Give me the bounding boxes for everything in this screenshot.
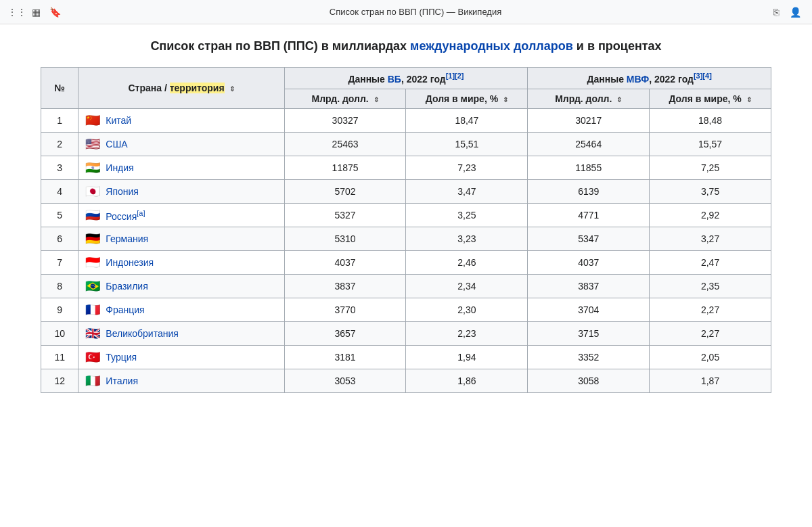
- cell-data: 1,86: [406, 369, 528, 392]
- cell-country: 🇨🇳Китай: [78, 108, 284, 132]
- table-row: 11🇹🇷Турция31811,9433522,05: [41, 345, 771, 369]
- cell-data: 15,57: [650, 132, 771, 156]
- cell-data: 1,94: [406, 345, 528, 369]
- country-link[interactable]: Великобритания: [106, 328, 179, 339]
- cell-data: 15,51: [406, 132, 528, 156]
- cell-data: 2,23: [406, 321, 528, 345]
- cell-data: 5310: [284, 227, 406, 250]
- cell-data: 5347: [528, 227, 650, 250]
- cell-num: 7: [41, 250, 78, 274]
- cell-data: 3,25: [406, 203, 528, 227]
- flag-icon: 🇩🇪: [85, 231, 100, 246]
- flag-icon: 🇮🇳: [85, 160, 100, 175]
- country-link[interactable]: Индия: [106, 162, 133, 173]
- imf-share-sort[interactable]: ⇕: [746, 96, 752, 104]
- table-row: 12🇮🇹Италия30531,8630581,87: [41, 369, 771, 392]
- wb-ref[interactable]: [1][2]: [446, 72, 464, 80]
- country-link[interactable]: Россия[a]: [106, 209, 145, 222]
- country-sort-icon[interactable]: ⇕: [229, 85, 235, 93]
- cell-num: 11: [41, 345, 78, 369]
- title-text-start: Список стран по ВВП (ППС) в миллиардах: [150, 39, 410, 53]
- flag-icon: 🇺🇸: [85, 137, 100, 152]
- cell-country: 🇬🇧Великобритания: [78, 321, 284, 345]
- cell-data: 1,87: [650, 369, 771, 392]
- country-label-text: Страна /: [128, 83, 169, 93]
- cell-data: 11875: [284, 156, 406, 179]
- cell-data: 3,27: [650, 227, 771, 250]
- cell-data: 3053: [284, 369, 406, 392]
- col-header-wb-bln: Млрд. долл. ⇕: [284, 89, 406, 108]
- table-row: 7🇮🇩Индонезия40372,4640372,47: [41, 250, 771, 274]
- cell-data: 3,23: [406, 227, 528, 250]
- country-link[interactable]: Япония: [106, 186, 139, 197]
- cell-num: 4: [41, 179, 78, 203]
- country-link[interactable]: Китай: [106, 115, 131, 126]
- cell-data: 2,92: [650, 203, 771, 227]
- cell-data: 2,27: [650, 321, 771, 345]
- header-row-1: № Страна / территория ⇕ Данные ВБ, 2022 …: [41, 68, 771, 89]
- col-header-num: №: [41, 68, 78, 109]
- country-link[interactable]: Индонезия: [106, 257, 154, 268]
- cell-num: 6: [41, 227, 78, 250]
- country-link[interactable]: Италия: [106, 375, 138, 386]
- country-link[interactable]: Турция: [106, 352, 137, 363]
- cell-data: 30327: [284, 108, 406, 132]
- cell-data: 11855: [528, 156, 650, 179]
- grid-icon[interactable]: ⋮⋮: [11, 6, 23, 18]
- cell-data: 5327: [284, 203, 406, 227]
- cell-num: 5: [41, 203, 78, 227]
- table-row: 9🇫🇷Франция37702,3037042,27: [41, 298, 771, 321]
- table-icon[interactable]: ▦: [30, 6, 42, 18]
- title-link[interactable]: международных долларов: [410, 39, 573, 53]
- country-link[interactable]: Германия: [106, 233, 148, 244]
- cell-data: 3715: [528, 321, 650, 345]
- flag-icon: 🇫🇷: [85, 302, 100, 317]
- territory-highlight: территория: [170, 83, 225, 93]
- cell-country: 🇮🇳Индия: [78, 156, 284, 179]
- cell-num: 10: [41, 321, 78, 345]
- cell-data: 25463: [284, 132, 406, 156]
- table-row: 5🇷🇺Россия[a]53273,2547712,92: [41, 203, 771, 227]
- flag-icon: 🇮🇩: [85, 255, 100, 270]
- flag-icon: 🇨🇳: [85, 113, 100, 128]
- country-link[interactable]: Бразилия: [106, 281, 148, 292]
- cell-data: 4771: [528, 203, 650, 227]
- cell-data: 3,75: [650, 179, 771, 203]
- col-header-imf: Данные МВФ, 2022 год[3][4]: [528, 68, 771, 89]
- cell-data: 7,23: [406, 156, 528, 179]
- bookmark-icon[interactable]: 🔖: [49, 6, 61, 18]
- cell-data: 3181: [284, 345, 406, 369]
- imf-ref[interactable]: [3][4]: [694, 72, 712, 80]
- cell-country: 🇮🇩Индонезия: [78, 250, 284, 274]
- cell-data: 3837: [284, 274, 406, 298]
- page-title: Список стран по ВВП (ППС) в миллиардах м…: [41, 38, 771, 55]
- cell-num: 8: [41, 274, 78, 298]
- cell-data: 3657: [284, 321, 406, 345]
- imf-bln-sort[interactable]: ⇕: [616, 96, 622, 104]
- cell-country: 🇮🇹Италия: [78, 369, 284, 392]
- user-icon[interactable]: 👤: [789, 6, 801, 18]
- table-row: 10🇬🇧Великобритания36572,2337152,27: [41, 321, 771, 345]
- imf-link[interactable]: МВФ: [627, 74, 649, 85]
- wb-link[interactable]: ВБ: [388, 74, 401, 85]
- col-header-imf-share: Доля в мире, % ⇕: [650, 89, 771, 108]
- cell-country: 🇧🇷Бразилия: [78, 274, 284, 298]
- cell-data: 3058: [528, 369, 650, 392]
- cell-data: 4037: [284, 250, 406, 274]
- share-icon[interactable]: ⎘: [770, 6, 782, 18]
- cell-data: 18,47: [406, 108, 528, 132]
- browser-bar: ⋮⋮ ▦ 🔖 Список стран по ВВП (ППС) — Викип…: [0, 0, 812, 24]
- table-row: 1🇨🇳Китай3032718,473021718,48: [41, 108, 771, 132]
- country-link[interactable]: Франция: [106, 304, 144, 315]
- flag-icon: 🇮🇹: [85, 373, 100, 388]
- cell-data: 30217: [528, 108, 650, 132]
- cell-data: 2,05: [650, 345, 771, 369]
- country-link[interactable]: США: [106, 139, 127, 150]
- wb-bln-sort[interactable]: ⇕: [374, 96, 379, 104]
- flag-icon: 🇬🇧: [85, 326, 100, 341]
- cell-data: 3,47: [406, 179, 528, 203]
- table-row: 2🇺🇸США2546315,512546415,57: [41, 132, 771, 156]
- cell-data: 2,35: [650, 274, 771, 298]
- flag-icon: 🇹🇷: [85, 350, 100, 365]
- wb-share-sort[interactable]: ⇕: [503, 96, 508, 104]
